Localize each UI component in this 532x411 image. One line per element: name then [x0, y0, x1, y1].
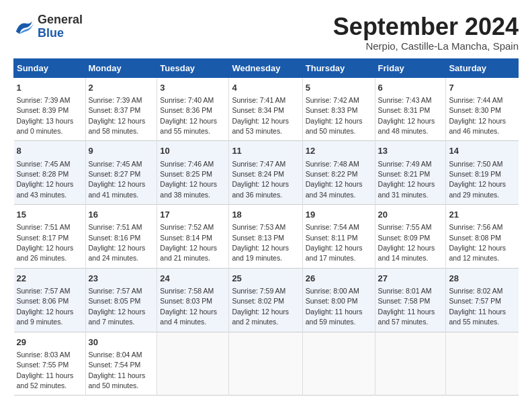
day-info: Sunrise: 7:39 AMSunset: 8:37 PMDaylight:… [89, 96, 146, 135]
calendar-day-cell: 8Sunrise: 7:45 AMSunset: 8:28 PMDaylight… [14, 141, 86, 205]
location-subtitle: Nerpio, Castille-La Mancha, Spain [333, 40, 519, 52]
day-info: Sunrise: 7:43 AMSunset: 8:31 PMDaylight:… [378, 96, 435, 135]
day-number: 15 [17, 209, 83, 221]
calendar-day-cell [229, 332, 302, 396]
page-header: General Blue September 2024 Nerpio, Cast… [13, 13, 519, 52]
day-info: Sunrise: 7:41 AMSunset: 8:34 PMDaylight:… [232, 96, 289, 135]
day-number: 4 [232, 82, 299, 94]
day-number: 19 [306, 209, 372, 221]
day-number: 23 [89, 273, 154, 285]
col-friday: Friday [375, 58, 446, 77]
day-info: Sunrise: 7:39 AMSunset: 8:39 PMDaylight:… [17, 96, 74, 135]
calendar-week-row: 8Sunrise: 7:45 AMSunset: 8:28 PMDaylight… [14, 141, 519, 205]
day-info: Sunrise: 8:03 AMSunset: 7:55 PMDaylight:… [17, 351, 74, 390]
calendar-day-cell: 25Sunrise: 7:59 AMSunset: 8:02 PMDayligh… [229, 268, 302, 332]
day-number: 12 [306, 145, 372, 157]
calendar-day-cell: 21Sunrise: 7:56 AMSunset: 8:08 PMDayligh… [446, 205, 519, 269]
day-number: 6 [378, 82, 443, 94]
calendar-day-cell: 18Sunrise: 7:53 AMSunset: 8:13 PMDayligh… [229, 205, 302, 269]
day-number: 30 [89, 336, 154, 349]
day-number: 1 [17, 82, 83, 94]
day-number: 9 [89, 145, 154, 157]
col-wednesday: Wednesday [229, 58, 302, 77]
day-info: Sunrise: 7:57 AMSunset: 8:05 PMDaylight:… [89, 287, 146, 326]
calendar-day-cell: 10Sunrise: 7:46 AMSunset: 8:25 PMDayligh… [157, 141, 229, 205]
day-info: Sunrise: 7:54 AMSunset: 8:11 PMDaylight:… [306, 223, 363, 262]
calendar-day-cell: 13Sunrise: 7:49 AMSunset: 8:21 PMDayligh… [375, 141, 446, 205]
calendar-day-cell: 4Sunrise: 7:41 AMSunset: 8:34 PMDaylight… [229, 77, 302, 141]
day-number: 2 [89, 82, 154, 94]
calendar-day-cell: 17Sunrise: 7:52 AMSunset: 8:14 PMDayligh… [157, 205, 229, 269]
day-number: 22 [17, 273, 83, 285]
calendar-week-row: 22Sunrise: 7:57 AMSunset: 8:06 PMDayligh… [14, 268, 519, 332]
calendar-day-cell: 6Sunrise: 7:43 AMSunset: 8:31 PMDaylight… [375, 77, 446, 141]
day-info: Sunrise: 7:52 AMSunset: 8:14 PMDaylight:… [160, 223, 217, 262]
col-monday: Monday [85, 58, 157, 77]
day-number: 7 [449, 82, 515, 94]
calendar-day-cell: 1Sunrise: 7:39 AMSunset: 8:39 PMDaylight… [14, 77, 86, 141]
calendar-day-cell [375, 332, 446, 396]
day-number: 5 [306, 82, 372, 94]
day-info: Sunrise: 7:50 AMSunset: 8:19 PMDaylight:… [449, 160, 506, 199]
calendar-day-cell [302, 332, 375, 396]
logo-text: General Blue [38, 13, 83, 40]
day-number: 26 [306, 273, 372, 285]
day-number: 3 [160, 82, 226, 94]
day-number: 29 [17, 336, 83, 349]
day-info: Sunrise: 7:58 AMSunset: 8:03 PMDaylight:… [160, 287, 217, 326]
month-title: September 2024 [333, 13, 519, 40]
calendar-day-cell: 19Sunrise: 7:54 AMSunset: 8:11 PMDayligh… [302, 205, 375, 269]
col-thursday: Thursday [302, 58, 375, 77]
calendar-day-cell: 3Sunrise: 7:40 AMSunset: 8:36 PMDaylight… [157, 77, 229, 141]
col-sunday: Sunday [14, 58, 86, 77]
calendar-day-cell: 12Sunrise: 7:48 AMSunset: 8:22 PMDayligh… [302, 141, 375, 205]
day-number: 11 [232, 145, 299, 157]
calendar-day-cell [157, 332, 229, 396]
header-row: Sunday Monday Tuesday Wednesday Thursday… [14, 58, 519, 77]
logo-icon [13, 17, 35, 36]
calendar-day-cell: 2Sunrise: 7:39 AMSunset: 8:37 PMDaylight… [85, 77, 157, 141]
day-number: 21 [449, 209, 515, 221]
calendar-day-cell: 16Sunrise: 7:51 AMSunset: 8:16 PMDayligh… [85, 205, 157, 269]
calendar-day-cell: 11Sunrise: 7:47 AMSunset: 8:24 PMDayligh… [229, 141, 302, 205]
day-number: 14 [449, 145, 515, 157]
calendar-day-cell: 14Sunrise: 7:50 AMSunset: 8:19 PMDayligh… [446, 141, 519, 205]
calendar-day-cell: 20Sunrise: 7:55 AMSunset: 8:09 PMDayligh… [375, 205, 446, 269]
calendar-day-cell: 30Sunrise: 8:04 AMSunset: 7:54 PMDayligh… [85, 332, 157, 396]
calendar-week-row: 29Sunrise: 8:03 AMSunset: 7:55 PMDayligh… [14, 332, 519, 396]
day-info: Sunrise: 8:02 AMSunset: 7:57 PMDaylight:… [449, 287, 506, 326]
day-info: Sunrise: 8:00 AMSunset: 8:00 PMDaylight:… [306, 287, 363, 326]
calendar-table: Sunday Monday Tuesday Wednesday Thursday… [13, 58, 519, 396]
day-info: Sunrise: 7:46 AMSunset: 8:25 PMDaylight:… [160, 160, 217, 199]
day-number: 20 [378, 209, 443, 221]
day-info: Sunrise: 7:44 AMSunset: 8:30 PMDaylight:… [449, 96, 506, 135]
col-saturday: Saturday [446, 58, 519, 77]
day-info: Sunrise: 7:45 AMSunset: 8:28 PMDaylight:… [17, 160, 74, 199]
calendar-day-cell: 5Sunrise: 7:42 AMSunset: 8:33 PMDaylight… [302, 77, 375, 141]
day-info: Sunrise: 8:04 AMSunset: 7:54 PMDaylight:… [89, 351, 146, 390]
calendar-day-cell: 28Sunrise: 8:02 AMSunset: 7:57 PMDayligh… [446, 268, 519, 332]
day-info: Sunrise: 7:56 AMSunset: 8:08 PMDaylight:… [449, 223, 506, 262]
day-number: 8 [17, 145, 83, 157]
day-number: 10 [160, 145, 226, 157]
day-info: Sunrise: 7:57 AMSunset: 8:06 PMDaylight:… [17, 287, 74, 326]
day-number: 17 [160, 209, 226, 221]
calendar-day-cell: 22Sunrise: 7:57 AMSunset: 8:06 PMDayligh… [14, 268, 86, 332]
day-number: 28 [449, 273, 515, 285]
day-info: Sunrise: 7:47 AMSunset: 8:24 PMDaylight:… [232, 160, 289, 199]
day-number: 27 [378, 273, 443, 285]
calendar-day-cell: 23Sunrise: 7:57 AMSunset: 8:05 PMDayligh… [85, 268, 157, 332]
col-tuesday: Tuesday [157, 58, 229, 77]
day-info: Sunrise: 7:45 AMSunset: 8:27 PMDaylight:… [89, 160, 146, 199]
calendar-day-cell: 15Sunrise: 7:51 AMSunset: 8:17 PMDayligh… [14, 205, 86, 269]
day-info: Sunrise: 7:59 AMSunset: 8:02 PMDaylight:… [232, 287, 289, 326]
logo: General Blue [13, 13, 83, 40]
day-info: Sunrise: 7:49 AMSunset: 8:21 PMDaylight:… [378, 160, 435, 199]
day-number: 16 [89, 209, 154, 221]
calendar-day-cell: 9Sunrise: 7:45 AMSunset: 8:27 PMDaylight… [85, 141, 157, 205]
calendar-week-row: 15Sunrise: 7:51 AMSunset: 8:17 PMDayligh… [14, 205, 519, 269]
calendar-day-cell: 24Sunrise: 7:58 AMSunset: 8:03 PMDayligh… [157, 268, 229, 332]
day-number: 13 [378, 145, 443, 157]
calendar-day-cell: 29Sunrise: 8:03 AMSunset: 7:55 PMDayligh… [14, 332, 86, 396]
day-info: Sunrise: 7:51 AMSunset: 8:17 PMDaylight:… [17, 223, 74, 262]
